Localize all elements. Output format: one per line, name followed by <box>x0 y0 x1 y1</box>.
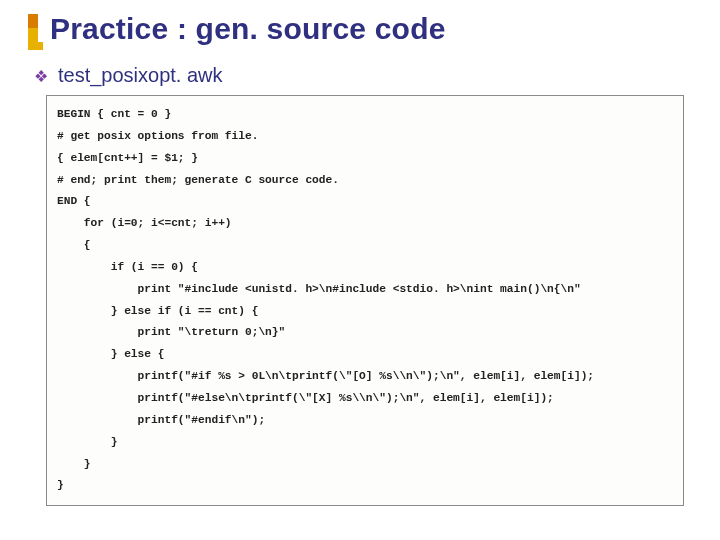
code-line: } <box>57 454 673 476</box>
subhead-row: ❖ test_posixopt. awk <box>34 64 692 87</box>
code-line: print "\treturn 0;\n}" <box>57 322 673 344</box>
code-line: print "#include <unistd. h>\n#include <s… <box>57 279 673 301</box>
code-line: } else { <box>57 344 673 366</box>
page-title: Practice : gen. source code <box>50 12 692 46</box>
code-line: } <box>57 475 673 497</box>
code-line: BEGIN { cnt = 0 } <box>57 104 673 126</box>
bullet-icon: ❖ <box>34 69 48 85</box>
code-line: if (i == 0) { <box>57 257 673 279</box>
code-line: } else if (i == cnt) { <box>57 301 673 323</box>
subhead-text: test_posixopt. awk <box>58 64 223 87</box>
code-line: # end; print them; generate C source cod… <box>57 170 673 192</box>
title-accent-bar <box>28 14 38 50</box>
code-line: printf("#endif\n"); <box>57 410 673 432</box>
code-line: printf("#if %s > 0L\n\tprintf(\"[O] %s\\… <box>57 366 673 388</box>
code-line: for (i=0; i<=cnt; i++) <box>57 213 673 235</box>
slide: Practice : gen. source code ❖ test_posix… <box>0 0 720 540</box>
code-line: } <box>57 432 673 454</box>
code-line: # get posix options from file. <box>57 126 673 148</box>
code-line: END { <box>57 191 673 213</box>
code-box: BEGIN { cnt = 0 } # get posix options fr… <box>46 95 684 506</box>
title-wrap: Practice : gen. source code <box>28 12 692 46</box>
code-line: { elem[cnt++] = $1; } <box>57 148 673 170</box>
code-line: printf("#else\n\tprintf(\"[X] %s\\n\");\… <box>57 388 673 410</box>
code-line: { <box>57 235 673 257</box>
